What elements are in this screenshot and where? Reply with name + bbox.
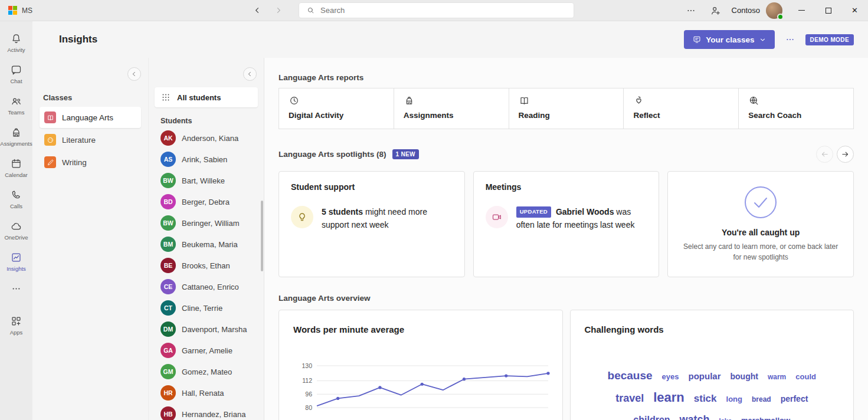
chevron-down-icon [759,36,767,44]
demo-mode-badge: DEMO MODE [805,34,854,45]
rail-item-apps[interactable]: Apps [0,310,32,341]
word-learn: learn [653,387,684,408]
caught-up-card[interactable]: You're all caught up Select any card to … [667,171,854,277]
reports-strip: Digital ActivityAssignmentsReadingReflec… [279,88,854,129]
spotlights-header: Language Arts spotlights (8) 1 NEW [279,146,854,163]
wpm-chart-card[interactable]: Words per minute average 1301129680 [279,310,563,420]
challenging-words-card[interactable]: Challenging words becauseeyespopularboug… [570,310,854,420]
student-avatar: HB [161,406,176,420]
rail-item-onedrive[interactable]: OneDrive [0,215,32,246]
titlebar-left: MS [0,6,253,15]
spotlights-next-button[interactable] [837,146,854,163]
checkmark-circle-icon [744,186,777,221]
svg-text:80: 80 [305,404,312,411]
student-name: Arink, Sabien [182,155,227,164]
minimize-button[interactable] [788,0,815,21]
student-avatar: BW [161,215,176,231]
report-card-label: Digital Activity [289,111,384,120]
back-icon[interactable] [253,5,263,15]
people-icon [10,95,22,107]
student-avatar: BE [161,258,176,273]
search-box[interactable] [299,2,574,18]
student-row[interactable]: BDBerger, Debra [155,191,258,212]
student-row[interactable]: BEBrooks, Ethan [155,255,258,276]
class-item-language-arts[interactable]: Language Arts [40,107,141,128]
spotlight-card-meetings[interactable]: Meetings UPDATED Gabriel Woods was often… [473,171,660,277]
svg-text:130: 130 [302,362,312,369]
header-more-icon[interactable] [784,34,796,45]
spotlight-text: 5 students might need more support next … [322,206,453,231]
student-row[interactable]: BWBart, Willeke [155,170,258,191]
word-popular: popular [689,369,721,384]
report-card-reflect[interactable]: Reflect [623,88,739,129]
rail-item-calendar[interactable]: Calendar [0,152,32,183]
class-item-literature[interactable]: Literature [40,129,141,150]
student-row[interactable]: ASArink, Sabien [155,149,258,170]
reports-heading: Language Arts reports [279,73,854,82]
rail-label: Assignments [0,140,32,147]
close-button[interactable]: ✕ [841,0,868,21]
rail-item-assignments[interactable]: Assignments [0,121,32,152]
rail-item-activity[interactable]: Activity [0,27,32,58]
your-classes-button[interactable]: Your classes [684,30,774,49]
collapse-students-button[interactable] [243,67,257,81]
student-name: Berger, Debra [182,198,230,206]
spotlights-prev-button[interactable] [816,146,833,163]
report-card-assignments[interactable]: Assignments [394,88,509,129]
rail-item-more[interactable] [0,277,32,300]
spotlight-card-student-support[interactable]: Student support 5 students might need mo… [279,171,465,277]
students-scrollbar[interactable] [261,201,263,271]
student-row[interactable]: CTCline, Terrie [155,297,258,319]
page-header: Insights Your classes DEMO MODE [32,21,868,58]
student-avatar: HR [161,385,176,401]
search-icon [306,6,315,15]
new-spotlights-badge: 1 NEW [392,149,419,159]
phone-icon [10,189,22,201]
rail-label: OneDrive [4,234,28,241]
spotlight-title: Meetings [486,182,647,192]
palette-icon [44,134,56,146]
app-frame: ActivityChatTeamsAssignmentsCalendarCall… [0,21,868,420]
student-avatar: GM [161,364,176,379]
rail-item-insights[interactable]: Insights [0,246,32,277]
org-name[interactable]: Contoso [732,6,760,15]
forward-icon[interactable] [273,5,283,15]
report-card-reading[interactable]: Reading [509,88,624,129]
class-item-writing[interactable]: Writing [40,152,141,173]
svg-text:112: 112 [302,377,312,384]
student-name: Bart, Willeke [182,176,225,185]
student-row[interactable]: CECattaneo, Enrico [155,276,258,297]
rail-label: Insights [6,265,26,272]
student-row[interactable]: HRHall, Renata [155,382,258,403]
report-card-search-coach[interactable]: Search Coach [738,88,854,129]
student-row[interactable]: BWBeringer, William [155,212,258,234]
student-row[interactable]: BMBeukema, Maria [155,234,258,255]
user-avatar[interactable] [766,2,782,19]
class-name: Language Arts [62,113,113,122]
classes-board-icon [692,35,702,44]
maximize-button[interactable] [815,0,841,21]
word-warm: warm [768,372,786,383]
student-row[interactable]: GAGarner, Amelie [155,340,258,361]
class-name: Writing [62,158,87,167]
rail-item-chat[interactable]: Chat [0,58,32,90]
report-card-digital-activity[interactable]: Digital Activity [279,88,394,129]
microsoft-logo-icon [8,6,17,15]
student-row[interactable]: GMGomez, Mateo [155,361,258,382]
add-person-icon[interactable] [710,5,722,17]
student-row[interactable]: AKAnderson, Kiana [155,127,258,149]
student-row[interactable]: HBHernandez, Briana [155,403,258,420]
class-name: Literature [62,136,96,145]
student-row[interactable]: DMDavenport, Marsha [155,319,258,340]
challenging-words-title: Challenging words [585,324,840,334]
rail-item-teams[interactable]: Teams [0,90,32,121]
collapse-classes-button[interactable] [127,67,141,81]
wpm-chart-title: Words per minute average [293,324,548,334]
book-icon [519,95,614,108]
rail-item-calls[interactable]: Calls [0,183,32,215]
overview-heading: Language Arts overview [279,294,854,303]
all-students-item[interactable]: All students [155,87,258,107]
titlebar-more-icon[interactable] [685,5,697,17]
search-input[interactable] [320,6,566,15]
rail-label: Chat [10,78,22,84]
